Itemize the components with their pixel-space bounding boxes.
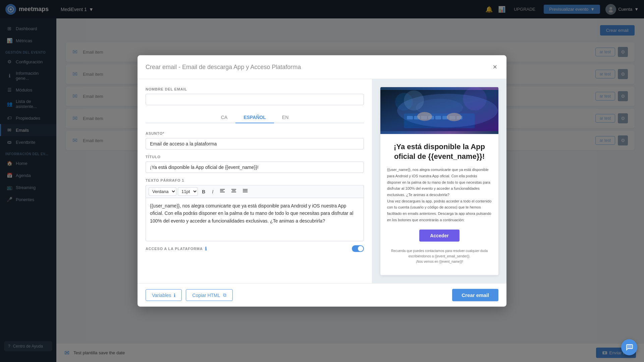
svg-point-25 [395,93,413,111]
modal-left-panel: NOMBRE DEL EMAIL CA ESPAÑOL EN ASUNTO* T… [138,79,372,283]
svg-point-24 [463,87,486,111]
tab-ca[interactable]: CA [213,112,235,123]
acceso-info-icon: ℹ [205,246,207,251]
richtext-toolbar: Verdana 11pt B I [146,185,364,198]
font-family-select[interactable]: Verdana [149,187,176,196]
titulo-label: TÍTULO [146,155,364,159]
nombre-input[interactable] [146,94,364,105]
asunto-label: ASUNTO* [146,131,364,135]
preview-footer: Recuerda que puedes contactarnos para re… [387,248,492,267]
svg-point-27 [447,113,462,121]
copiar-html-button[interactable]: Copiar HTML ⧉ [186,289,232,301]
tab-espanol[interactable]: ESPAÑOL [235,112,274,123]
svg-rect-19 [435,116,441,120]
preview-cta-button[interactable]: Acceder [419,230,459,242]
modal-header: Crear email - Email de descarga App y Ac… [138,55,506,79]
align-center-button[interactable] [229,187,239,196]
svg-rect-12 [243,192,248,192]
modal-title: Crear email - Email de descarga App y Ac… [146,63,301,70]
asunto-input[interactable] [146,138,364,149]
svg-rect-16 [414,116,420,120]
svg-rect-4 [220,189,225,190]
bold-button[interactable]: B [199,187,208,195]
acceso-toggle[interactable] [352,245,364,252]
preview-body: ¡Ya está disponible la App oficial de {{… [380,134,498,275]
svg-rect-13 [380,90,498,131]
language-tabs: CA ESPAÑOL EN [146,112,364,123]
svg-rect-17 [421,116,427,120]
variables-info-icon: ℹ [174,293,175,298]
chat-support-button[interactable] [621,339,637,355]
svg-rect-14 [404,114,475,128]
acceso-row: ACCESO A LA PLATAFORMA ℹ [146,245,364,252]
copy-icon: ⧉ [223,292,226,298]
modal-subtitle: - Email de descarga App y Acceso Platafo… [177,63,301,70]
svg-rect-11 [243,190,248,191]
align-left-button[interactable] [217,187,227,196]
create-email-modal: Crear email - Email de descarga App y Ac… [138,55,506,307]
svg-rect-6 [220,192,225,192]
modal-body: NOMBRE DEL EMAIL CA ESPAÑOL EN ASUNTO* T… [138,79,506,283]
svg-rect-5 [220,190,223,191]
svg-rect-20 [442,116,448,120]
svg-rect-15 [407,116,413,120]
titulo-input[interactable] [146,162,364,173]
modal-footer: Variables ℹ Copiar HTML ⧉ Crear email [138,283,506,307]
modal-right-panel: ¡Ya está disponible la App oficial de {{… [372,79,506,283]
parrafo-label: TEXTO PÁRRAFO 1 [146,178,364,182]
svg-rect-8 [232,190,235,191]
footer-left-actions: Variables ℹ Copiar HTML ⧉ [146,289,233,301]
svg-point-26 [417,112,432,121]
preview-title: ¡Ya está disponible la App oficial de {{… [387,142,492,161]
preview-cta-wrap: Acceder [387,230,492,242]
svg-rect-22 [457,116,463,120]
svg-rect-18 [428,116,434,120]
preview-body-text: {{user_name}}, nos alegra comunicarte qu… [387,167,492,223]
modal-close-button[interactable]: × [491,61,498,73]
font-size-select[interactable]: 11pt [178,187,198,196]
svg-point-23 [416,99,463,117]
variables-button[interactable]: Variables ℹ [146,289,182,301]
svg-rect-10 [243,189,248,190]
acceso-label: ACCESO A LA PLATAFORMA ℹ [146,246,207,251]
nombre-label: NOMBRE DEL EMAIL [146,87,364,91]
parrafo-content[interactable]: {{user_name}}, nos alegra comunicarte qu… [146,198,364,241]
svg-rect-9 [231,192,236,192]
email-preview: ¡Ya está disponible la App oficial de {{… [380,87,498,275]
crear-email-button[interactable]: Crear email [452,289,498,301]
svg-rect-21 [449,116,455,120]
tab-en[interactable]: EN [274,112,297,123]
preview-hero-image [380,87,498,134]
align-justify-button[interactable] [240,187,250,196]
svg-rect-7 [231,189,236,190]
italic-button[interactable]: I [209,187,216,195]
